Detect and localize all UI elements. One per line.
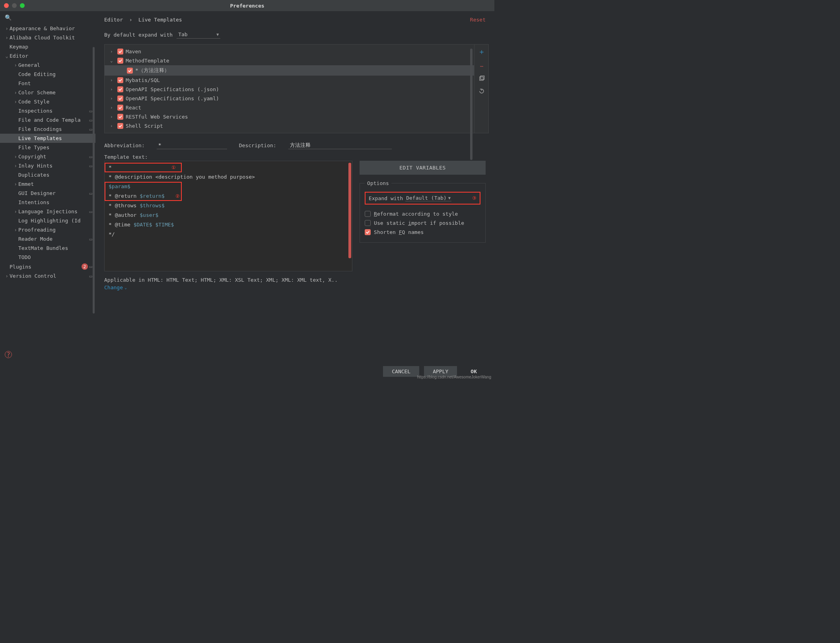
breadcrumb-row: Editor › Live Templates Reset (95, 11, 494, 27)
checkbox-checked[interactable] (117, 58, 123, 64)
template-tree-item[interactable]: ›React (105, 103, 474, 112)
sidebar-item[interactable]: Log Highlighting (Id (0, 216, 95, 225)
sidebar-item[interactable]: ›Emmet (0, 179, 95, 189)
checkbox-checked[interactable] (117, 86, 123, 92)
chevron-icon: ⌄ (110, 58, 115, 63)
sidebar-item[interactable]: Plugins2▭ (0, 262, 95, 271)
add-icon[interactable]: ＋ (478, 47, 485, 57)
chevron-icon: › (110, 114, 115, 119)
reformat-label: Reformat according to style (374, 211, 458, 217)
copy-icon[interactable] (478, 76, 485, 83)
sidebar-item[interactable]: ›Inlay Hints▭ (0, 161, 95, 170)
module-settings-icon: ▭ (89, 154, 92, 160)
sidebar-scrollbar[interactable] (93, 47, 95, 314)
editor-line: */ (109, 231, 115, 237)
sidebar-item-label: Reader Mode (18, 236, 88, 242)
sidebar-item[interactable]: Keymap (0, 42, 95, 51)
template-tree-item[interactable]: ›OpenAPI Specifications (.yaml) (105, 94, 474, 103)
checkbox-checked[interactable] (117, 105, 123, 111)
checkbox-checked[interactable] (117, 77, 123, 83)
sidebar-item[interactable]: ›Version Control▭ (0, 271, 95, 281)
editor-variable: $throws$ (140, 203, 165, 208)
sidebar-item[interactable]: File Encodings▭ (0, 125, 95, 134)
module-settings-icon: ▭ (89, 127, 92, 132)
sidebar-item-label: Intentions (18, 199, 92, 205)
sidebar-item[interactable]: ›Proofreading (0, 225, 95, 234)
sidebar-item[interactable]: ›Code Style (0, 97, 95, 106)
sidebar-item[interactable]: Font (0, 79, 95, 88)
expand-with-dropdown[interactable]: Default (Tab) ▼ (405, 195, 451, 201)
search-icon: 🔍 (5, 14, 12, 21)
sidebar-item[interactable]: ›Appearance & Behavior (0, 24, 95, 33)
abbreviation-input[interactable] (157, 141, 227, 149)
sidebar-item-label: TODO (18, 254, 92, 260)
sidebar-item[interactable]: ›Color Scheme (0, 88, 95, 97)
description-input[interactable] (288, 141, 392, 149)
reset-link[interactable]: Reset (470, 17, 486, 23)
template-tree-item[interactable]: ›RESTful Web Services (105, 112, 474, 121)
template-tree-item[interactable]: ›Maven (105, 47, 474, 56)
applicable-contexts: Applicable in HTML: HTML Text; HTML; XML… (95, 271, 494, 283)
maximize-window-button[interactable] (20, 3, 25, 8)
shorten-fq-checkbox-row[interactable]: Shorten FQ names (365, 228, 480, 237)
checkbox-checked[interactable] (127, 68, 133, 74)
sidebar-item[interactable]: TODO (0, 253, 95, 262)
settings-tree[interactable]: ›Appearance & Behavior›Alibaba Cloud Too… (0, 24, 95, 361)
sidebar-item[interactable]: ›General (0, 60, 95, 70)
template-tree-item[interactable]: ⌄MethodTemplate (105, 56, 474, 65)
template-toolbar: ＋ － (474, 45, 488, 133)
template-tree-item[interactable]: ›Mybatis/SQL (105, 76, 474, 85)
checkbox-checked[interactable] (117, 123, 123, 129)
chevron-icon: › (110, 105, 115, 110)
help-button[interactable]: ? (5, 351, 12, 358)
checkbox-unchecked[interactable] (365, 211, 371, 217)
static-import-checkbox-row[interactable]: Use static import if possible (365, 218, 480, 228)
checkbox-checked[interactable] (117, 95, 123, 101)
reformat-checkbox-row[interactable]: Reformat according to style (365, 209, 480, 218)
chevron-down-icon: ▼ (448, 196, 451, 200)
sidebar-item[interactable]: Live Templates (0, 134, 95, 143)
search-row[interactable]: 🔍 (0, 11, 95, 24)
titlebar: Preferences (0, 0, 494, 11)
sidebar-item[interactable]: Inspections▭ (0, 106, 95, 115)
restore-icon[interactable] (478, 88, 485, 95)
breadcrumb-root[interactable]: Editor (104, 17, 123, 23)
sidebar-item[interactable]: ›Copyright▭ (0, 152, 95, 161)
cancel-button[interactable]: CANCEL (383, 366, 419, 377)
sidebar-item-label: Plugins (10, 264, 82, 270)
sidebar-item[interactable]: Reader Mode▭ (0, 234, 95, 244)
chevron-icon: › (4, 26, 10, 31)
default-expand-dropdown[interactable]: Tab ▼ (177, 31, 220, 39)
editor-line: * @throws (109, 203, 140, 208)
default-expand-row: By default expand with Tab ▼ (95, 27, 494, 44)
sidebar-item[interactable]: Duplicates (0, 170, 95, 179)
change-contexts-link[interactable]: Change ⌄ (95, 283, 494, 292)
minimize-window-button[interactable] (12, 3, 17, 8)
sidebar-item[interactable]: GUI Designer▭ (0, 189, 95, 198)
sidebar-item[interactable]: File Types (0, 143, 95, 152)
sidebar-item[interactable]: ›Alibaba Cloud Toolkit (0, 33, 95, 42)
sidebar-item[interactable]: Code Editing (0, 70, 95, 79)
default-expand-value: Tab (178, 31, 187, 37)
template-tree-item[interactable]: ›OpenAPI Specifications (.json) (105, 85, 474, 94)
checkbox-checked[interactable] (365, 229, 371, 235)
editor-scrollbar[interactable] (348, 163, 351, 258)
template-scrollbar[interactable] (470, 49, 472, 160)
remove-icon[interactable]: － (478, 61, 485, 71)
edit-variables-button[interactable]: EDIT VARIABLES (360, 161, 486, 175)
sidebar-item[interactable]: File and Code Templa▭ (0, 115, 95, 125)
template-text-editor[interactable]: ① ② * * @description <description you me… (104, 161, 352, 271)
sidebar-item[interactable]: ⌄Editor (0, 51, 95, 60)
sidebar-item[interactable]: Intentions (0, 198, 95, 207)
template-tree[interactable]: ›Maven⌄MethodTemplate*（方法注释）›Mybatis/SQL… (105, 45, 474, 133)
chevron-icon: › (4, 35, 10, 41)
sidebar-item[interactable]: ›Language Injections▭ (0, 207, 95, 216)
checkbox-checked[interactable] (117, 49, 123, 55)
template-tree-item[interactable]: ›Shell Script (105, 121, 474, 131)
template-tree-item[interactable]: *（方法注释） (105, 65, 474, 76)
sidebar-item-label: Appearance & Behavior (10, 25, 92, 31)
checkbox-unchecked[interactable] (365, 220, 371, 226)
sidebar-item[interactable]: TextMate Bundles (0, 244, 95, 253)
close-window-button[interactable] (4, 3, 9, 8)
checkbox-checked[interactable] (117, 114, 123, 120)
